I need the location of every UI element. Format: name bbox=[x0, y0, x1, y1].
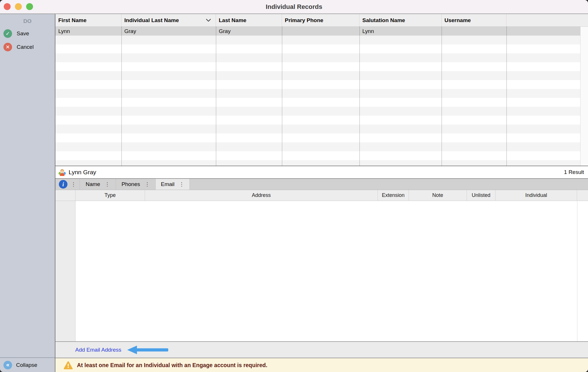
cell-individual-last-name: Gray bbox=[121, 27, 216, 36]
collapse-label: Collapse bbox=[16, 362, 37, 368]
double-chevron-left-icon: « bbox=[3, 361, 12, 369]
column-divider bbox=[442, 27, 442, 166]
email-column-empty bbox=[577, 190, 588, 201]
tab-menu-icon[interactable]: ⋮ bbox=[71, 182, 76, 187]
column-divider bbox=[216, 27, 216, 166]
tab-label: Name bbox=[86, 181, 100, 187]
window-title: Individual Records bbox=[266, 3, 322, 11]
cancel-button[interactable]: ✕ Cancel bbox=[0, 43, 55, 51]
tab-menu-icon[interactable]: ⋮ bbox=[145, 182, 150, 187]
column-header-label: Username bbox=[444, 17, 471, 24]
cell-first-name: Lynn bbox=[55, 27, 121, 36]
email-row-gutter-header bbox=[55, 190, 76, 201]
empty-rows-stripes bbox=[55, 36, 580, 166]
check-icon: ✓ bbox=[3, 29, 12, 38]
column-header-label: Individual Last Name bbox=[124, 17, 179, 24]
column-header-empty bbox=[506, 14, 588, 26]
column-header-last-name[interactable]: Last Name bbox=[216, 14, 282, 26]
table-row[interactable]: Lynn Gray Gray Lynn bbox=[55, 27, 580, 36]
save-label: Save bbox=[17, 30, 29, 37]
column-header-label: Last Name bbox=[219, 17, 246, 24]
scrollbar-track[interactable] bbox=[580, 27, 588, 166]
chevron-down-icon bbox=[206, 19, 211, 22]
column-header-primary-phone[interactable]: Primary Phone bbox=[282, 14, 359, 26]
tab-email[interactable]: Email ⋮ bbox=[156, 179, 190, 190]
column-header-label: Extension bbox=[382, 192, 405, 198]
detail-header: Lynn Gray 1 Result bbox=[55, 166, 588, 179]
tab-phones[interactable]: Phones ⋮ bbox=[116, 179, 156, 190]
tab-label: Email bbox=[161, 181, 175, 187]
records-table-header: First Name Individual Last Name Last Nam… bbox=[55, 14, 588, 27]
column-divider bbox=[359, 27, 360, 166]
email-column-extension[interactable]: Extension bbox=[378, 190, 409, 201]
tab-menu-icon[interactable]: ⋮ bbox=[105, 182, 110, 187]
tab-name[interactable]: Name ⋮ bbox=[80, 179, 116, 190]
column-header-individual-last-name[interactable]: Individual Last Name bbox=[121, 14, 216, 26]
info-icon: i bbox=[59, 180, 67, 189]
column-divider bbox=[506, 27, 507, 166]
email-column-unlisted[interactable]: Unlisted bbox=[467, 190, 496, 201]
title-bar: Individual Records bbox=[0, 0, 588, 14]
column-header-username[interactable]: Username bbox=[442, 14, 506, 26]
cell-primary-phone bbox=[282, 27, 359, 36]
column-header-salutation-name[interactable]: Salutation Name bbox=[359, 14, 442, 26]
detail-tab-bar: i ⋮ Name ⋮ Phones ⋮ Email ⋮ bbox=[55, 179, 588, 190]
collapse-button[interactable]: « Collapse bbox=[0, 357, 55, 372]
column-header-first-name[interactable]: First Name bbox=[55, 14, 121, 26]
x-icon: ✕ bbox=[3, 43, 12, 51]
close-button[interactable] bbox=[4, 3, 11, 10]
tab-info[interactable]: i ⋮ bbox=[55, 179, 80, 190]
email-column-individual[interactable]: Individual bbox=[496, 190, 577, 201]
email-table-header: Type Address Extension Note Unlisted Ind… bbox=[55, 190, 588, 201]
content-area: First Name Individual Last Name Last Nam… bbox=[55, 14, 588, 372]
sidebar-header: DO bbox=[0, 14, 55, 24]
column-header-label: Unlisted bbox=[472, 192, 490, 198]
column-header-label: Individual bbox=[525, 192, 547, 198]
add-email-address-link[interactable]: Add Email Address bbox=[75, 347, 121, 353]
result-count: 1 Result bbox=[564, 169, 584, 175]
column-divider bbox=[577, 201, 577, 341]
column-divider bbox=[121, 27, 122, 166]
app-window: Individual Records DO ✓ Save ✕ Cancel « … bbox=[0, 0, 588, 372]
tab-label: Phones bbox=[121, 181, 140, 187]
column-header-label: Address bbox=[252, 192, 271, 198]
column-header-label: Salutation Name bbox=[362, 17, 405, 24]
warning-bar: At least one Email for an Individual wit… bbox=[55, 358, 588, 372]
column-divider bbox=[282, 27, 282, 166]
warning-triangle-icon bbox=[64, 361, 73, 369]
person-avatar-icon bbox=[58, 168, 66, 176]
cell-salutation-name: Lynn bbox=[359, 27, 442, 36]
records-table-body: Lynn Gray Gray Lynn bbox=[55, 27, 588, 166]
minimize-button[interactable] bbox=[15, 3, 22, 10]
column-header-label: Type bbox=[105, 192, 116, 198]
sidebar: DO ✓ Save ✕ Cancel « Collapse bbox=[0, 14, 55, 372]
email-table-body bbox=[55, 201, 588, 341]
warning-text: At least one Email for an Individual wit… bbox=[77, 362, 267, 369]
tab-bar-filler bbox=[190, 179, 588, 190]
annotation-arrow-left-icon bbox=[127, 345, 169, 355]
email-column-note[interactable]: Note bbox=[409, 190, 467, 201]
column-header-label: Note bbox=[432, 192, 443, 198]
email-column-type[interactable]: Type bbox=[76, 190, 145, 201]
email-column-address[interactable]: Address bbox=[145, 190, 378, 201]
cell-username bbox=[442, 27, 506, 36]
zoom-button[interactable] bbox=[26, 3, 33, 10]
column-header-label: Primary Phone bbox=[285, 17, 323, 24]
email-footer: Add Email Address bbox=[55, 341, 588, 358]
tab-menu-icon[interactable]: ⋮ bbox=[179, 182, 184, 187]
cell-last-name: Gray bbox=[216, 27, 282, 36]
save-button[interactable]: ✓ Save bbox=[0, 29, 55, 38]
cancel-label: Cancel bbox=[17, 44, 34, 50]
detail-record-name: Lynn Gray bbox=[69, 169, 96, 176]
records-rows: Lynn Gray Gray Lynn bbox=[55, 27, 580, 166]
column-header-label: First Name bbox=[58, 17, 86, 24]
email-row-gutter bbox=[55, 201, 76, 341]
window-controls bbox=[4, 3, 33, 10]
